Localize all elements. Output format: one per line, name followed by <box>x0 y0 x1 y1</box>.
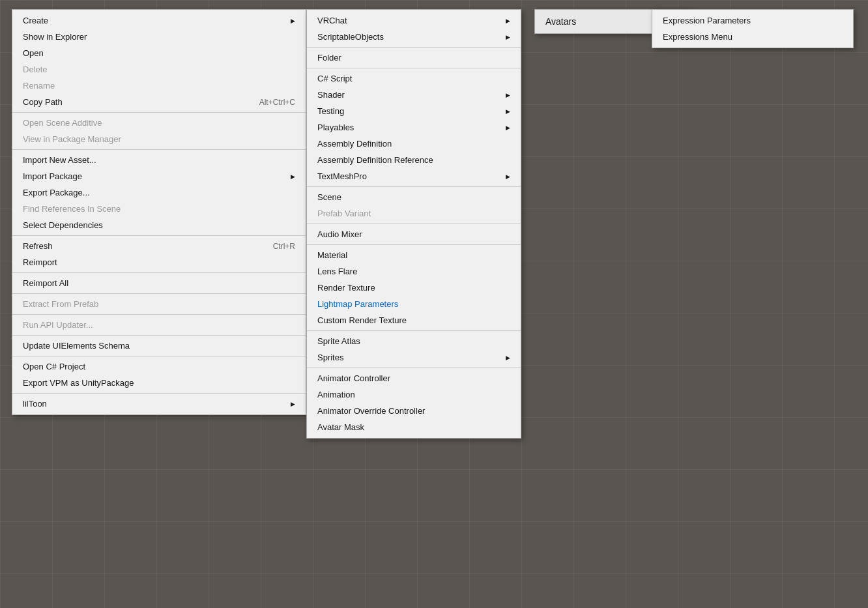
menu-item-show-in-explorer[interactable]: Show in Explorer <box>12 29 306 45</box>
separator <box>12 293 306 294</box>
menu-item-shader[interactable]: Shader <box>307 87 521 103</box>
menu-item-reimport[interactable]: Reimport <box>12 254 306 270</box>
menu-item-animation[interactable]: Animation <box>307 386 521 403</box>
menu-item-open-scene-additive: Open Scene Additive <box>12 115 306 131</box>
separator <box>307 186 521 187</box>
menu-item-scene[interactable]: Scene <box>307 189 521 205</box>
menu-item-update-ui-elements[interactable]: Update UIElements Schema <box>12 338 306 354</box>
menu-item-export-vpm[interactable]: Export VPM as UnityPackage <box>12 375 306 391</box>
menu-item-custom-render-texture[interactable]: Custom Render Texture <box>307 312 521 328</box>
menu-item-animator-override-controller[interactable]: Animator Override Controller <box>307 403 521 419</box>
menu-item-render-texture[interactable]: Render Texture <box>307 280 521 296</box>
menu-item-select-dependencies[interactable]: Select Dependencies <box>12 217 306 233</box>
menu-item-sprites[interactable]: Sprites <box>307 349 521 366</box>
menu-item-csharp-script[interactable]: C# Script <box>307 70 521 87</box>
menu-item-folder[interactable]: Folder <box>307 50 521 66</box>
menu-item-playables[interactable]: Playables <box>307 119 521 136</box>
context-menu-create: VRChat ScriptableObjects Folder C# Scrip… <box>306 9 521 439</box>
menu-item-testing[interactable]: Testing <box>307 103 521 119</box>
separator <box>307 368 521 368</box>
menu-item-refresh[interactable]: Refresh Ctrl+R <box>12 238 306 254</box>
separator <box>307 330 521 331</box>
separator <box>12 112 306 113</box>
menu-item-prefab-variant: Prefab Variant <box>307 205 521 222</box>
separator <box>12 356 306 356</box>
menu-item-lightmap-parameters[interactable]: Lightmap Parameters <box>307 296 521 312</box>
menu-item-vrchat[interactable]: VRChat <box>307 12 521 29</box>
menu-item-animator-controller[interactable]: Animator Controller <box>307 370 521 386</box>
menu-item-export-package[interactable]: Export Package... <box>12 184 306 201</box>
menu-item-sprite-atlas[interactable]: Sprite Atlas <box>307 333 521 349</box>
menu-item-expression-parameters[interactable]: Expression Parameters <box>652 12 853 29</box>
menu-item-create[interactable]: Create <box>12 12 306 29</box>
menu-item-rename: Rename <box>12 78 306 94</box>
menu-item-assembly-definition[interactable]: Assembly Definition <box>307 136 521 152</box>
menu-item-liltoon[interactable]: lilToon <box>12 396 306 412</box>
menu-item-material[interactable]: Material <box>307 247 521 263</box>
menu-item-avatar-mask[interactable]: Avatar Mask <box>307 419 521 435</box>
menu-item-copy-path[interactable]: Copy Path Alt+Ctrl+C <box>12 94 306 110</box>
separator <box>307 68 521 68</box>
context-menu-main: Create Show in Explorer Open Delete Rena… <box>12 9 306 415</box>
separator <box>12 314 306 315</box>
menu-item-extract-from-prefab: Extract From Prefab <box>12 296 306 312</box>
separator <box>12 235 306 236</box>
menu-item-reimport-all[interactable]: Reimport All <box>12 275 306 291</box>
context-menu-expression: Expression Parameters Expressions Menu <box>652 9 854 48</box>
separator <box>12 393 306 394</box>
menu-item-open-csharp[interactable]: Open C# Project <box>12 358 306 375</box>
separator <box>307 244 521 245</box>
separator <box>307 47 521 48</box>
separator <box>307 224 521 224</box>
menu-item-open[interactable]: Open <box>12 45 306 61</box>
menu-item-run-api-updater: Run API Updater... <box>12 317 306 333</box>
menu-item-assembly-definition-reference[interactable]: Assembly Definition Reference <box>307 152 521 168</box>
separator <box>12 335 306 336</box>
menu-item-expressions-menu[interactable]: Expressions Menu <box>652 29 853 45</box>
menu-item-find-references: Find References In Scene <box>12 201 306 217</box>
menu-item-import-new-asset[interactable]: Import New Asset... <box>12 152 306 168</box>
separator <box>12 272 306 273</box>
menu-item-view-in-package-manager: View in Package Manager <box>12 131 306 147</box>
menu-item-scriptable-objects[interactable]: ScriptableObjects <box>307 29 521 45</box>
menu-item-import-package[interactable]: Import Package <box>12 168 306 184</box>
menu-item-delete: Delete <box>12 61 306 78</box>
menu-item-textmeshpro[interactable]: TextMeshPro <box>307 168 521 184</box>
menu-item-audio-mixer[interactable]: Audio Mixer <box>307 226 521 242</box>
menu-item-lens-flare[interactable]: Lens Flare <box>307 263 521 280</box>
separator <box>12 149 306 150</box>
